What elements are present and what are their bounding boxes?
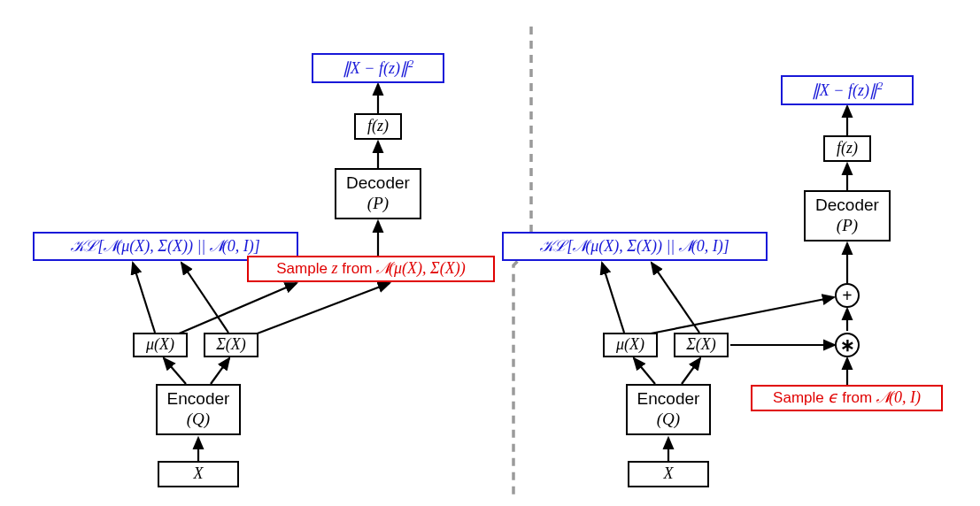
right-loss: ‖X − f(z)‖2 [781,75,914,105]
sample-prefix: Sample [276,260,331,277]
svg-line-4 [181,263,228,333]
left-input-x: X [158,461,239,487]
right-kl-box: 𝒦ℒ[𝒩(μ(X), Σ(X)) || 𝒩(0, I)] [502,232,768,261]
sample-mid: from [338,260,376,277]
times-node: ∗ [835,333,860,357]
fz-label: f(z) [837,139,858,158]
decoder-l2: (P) [367,194,389,212]
kl-label: 𝒦ℒ[𝒩(μ(X), Σ(X)) || 𝒩(0, I)] [540,237,729,257]
svg-line-5 [177,283,297,334]
right-fz: f(z) [823,135,871,162]
svg-line-3 [133,263,155,333]
right-sigma: Σ(X) [674,333,729,357]
left-fz: f(z) [354,113,402,140]
sample-prefix: Sample [773,389,828,406]
mu-label: μ(X) [146,335,174,355]
times-symbol: ∗ [840,334,855,356]
svg-line-2 [211,358,229,384]
right-mu: μ(X) [603,333,658,357]
left-mu: μ(X) [133,333,188,357]
fz-label: f(z) [367,117,389,136]
right-encoder: Encoder (Q) [626,384,711,435]
svg-line-11 [634,358,655,384]
left-loss: ‖X − f(z)‖2 [312,53,444,83]
sigma-label: Σ(X) [686,335,716,355]
plus-node: + [835,283,860,308]
encoder-l2: (Q) [187,410,210,428]
encoder-l2: (Q) [657,410,680,428]
sample-dist: 𝒩(0, I) [876,388,921,406]
sample-dist: 𝒩(μ(X), Σ(X)) [376,259,466,277]
left-sigma: Σ(X) [204,333,259,357]
right-input-x: X [628,461,709,487]
svg-line-12 [682,358,700,384]
right-decoder: Decoder (P) [804,190,891,242]
encoder-l1: Encoder [637,389,700,408]
svg-line-1 [164,358,186,384]
left-encoder: Encoder (Q) [156,384,241,435]
sample-var: ϵ [828,388,837,406]
plus-symbol: + [842,286,852,306]
left-decoder: Decoder (P) [335,168,421,219]
kl-label: 𝒦ℒ[𝒩(μ(X), Σ(X)) || 𝒩(0, I)] [71,237,260,257]
left-sample-z: Sample z from 𝒩(μ(X), Σ(X)) [247,256,495,282]
encoder-l1: Encoder [167,389,230,408]
decoder-l1: Decoder [346,173,410,192]
sample-var: z [332,259,338,277]
x-label: X [664,464,674,484]
svg-line-18 [646,297,834,334]
svg-line-13 [602,263,624,333]
sample-mid: from [837,389,876,406]
x-label: X [194,464,204,484]
svg-line-6 [255,283,390,334]
sigma-label: Σ(X) [216,335,246,355]
decoder-l1: Decoder [815,196,879,214]
decoder-l2: (P) [837,216,858,234]
right-sample-eps: Sample ϵ from 𝒩(0, I) [751,385,943,411]
mu-label: μ(X) [616,335,644,355]
svg-line-14 [652,263,699,333]
